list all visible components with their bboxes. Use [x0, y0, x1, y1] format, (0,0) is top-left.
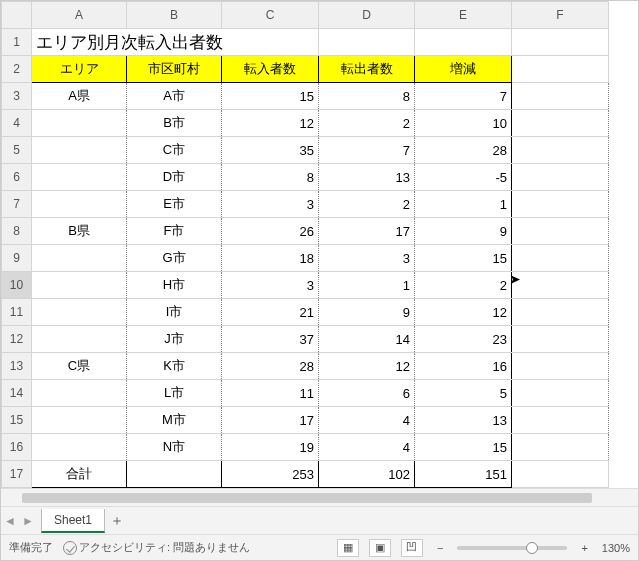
cell-in[interactable]: 28: [222, 353, 319, 380]
cell-in[interactable]: 15: [222, 83, 319, 110]
header-in[interactable]: 転入者数: [222, 56, 319, 83]
header-muni[interactable]: 市区町村: [127, 56, 222, 83]
row-header-10[interactable]: 10: [2, 272, 32, 299]
zoom-slider[interactable]: [457, 546, 567, 550]
row-header-5[interactable]: 5: [2, 137, 32, 164]
cell-out[interactable]: 12: [319, 353, 415, 380]
add-sheet-button[interactable]: ＋: [105, 512, 129, 530]
cell-muni[interactable]: J市: [127, 326, 222, 353]
cell-out[interactable]: 2: [319, 191, 415, 218]
column-header-E[interactable]: E: [415, 2, 512, 29]
horizontal-scrollbar[interactable]: [1, 488, 638, 506]
cell-diff[interactable]: 12: [415, 299, 512, 326]
cell-area[interactable]: [32, 164, 127, 191]
row-header-6[interactable]: 6: [2, 164, 32, 191]
cell-diff[interactable]: 15: [415, 245, 512, 272]
cell-out[interactable]: 6: [319, 380, 415, 407]
total-label[interactable]: 合計: [32, 461, 127, 488]
cell-in[interactable]: 19: [222, 434, 319, 461]
header-out[interactable]: 転出者数: [319, 56, 415, 83]
cell-out[interactable]: 4: [319, 407, 415, 434]
row-header-13[interactable]: 13: [2, 353, 32, 380]
cell-in[interactable]: 8: [222, 164, 319, 191]
column-header-B[interactable]: B: [127, 2, 222, 29]
cell-in[interactable]: 35: [222, 137, 319, 164]
cell-diff[interactable]: -5: [415, 164, 512, 191]
cell-muni[interactable]: G市: [127, 245, 222, 272]
cell-diff[interactable]: 23: [415, 326, 512, 353]
cell-out[interactable]: 1: [319, 272, 415, 299]
cell-in[interactable]: 37: [222, 326, 319, 353]
cell-diff[interactable]: 7: [415, 83, 512, 110]
total-diff[interactable]: 151: [415, 461, 512, 488]
cell-muni[interactable]: M市: [127, 407, 222, 434]
zoom-out-button[interactable]: −: [433, 542, 447, 554]
cell-out[interactable]: 14: [319, 326, 415, 353]
total-out[interactable]: 102: [319, 461, 415, 488]
row-header-14[interactable]: 14: [2, 380, 32, 407]
scrollbar-thumb[interactable]: [22, 493, 592, 503]
column-header-A[interactable]: A: [32, 2, 127, 29]
cell-area[interactable]: [32, 137, 127, 164]
zoom-in-button[interactable]: +: [577, 542, 591, 554]
tab-nav-prev[interactable]: ◄: [1, 514, 19, 528]
row-header-17[interactable]: 17: [2, 461, 32, 488]
spreadsheet-grid[interactable]: ABCDEF1 エリア別月次転入出者数 2 エリア 市区町村 転入者数 転出者数…: [1, 1, 638, 488]
cell-muni[interactable]: C市: [127, 137, 222, 164]
cell-in[interactable]: 3: [222, 272, 319, 299]
cell-out[interactable]: 9: [319, 299, 415, 326]
cell-in[interactable]: 18: [222, 245, 319, 272]
zoom-slider-knob[interactable]: [526, 542, 538, 554]
cell-in[interactable]: 11: [222, 380, 319, 407]
cell-area[interactable]: [32, 110, 127, 137]
row-header-11[interactable]: 11: [2, 299, 32, 326]
cell-area[interactable]: [32, 380, 127, 407]
title-cell[interactable]: エリア別月次転入出者数: [32, 29, 319, 56]
cell-in[interactable]: 3: [222, 191, 319, 218]
row-header-12[interactable]: 12: [2, 326, 32, 353]
row-header-3[interactable]: 3: [2, 83, 32, 110]
cell-diff[interactable]: 2: [415, 272, 512, 299]
cell-diff[interactable]: 9: [415, 218, 512, 245]
cell-in[interactable]: 26: [222, 218, 319, 245]
cell-in[interactable]: 21: [222, 299, 319, 326]
cell-area[interactable]: [32, 434, 127, 461]
cell-area[interactable]: [32, 245, 127, 272]
cell-diff[interactable]: 1: [415, 191, 512, 218]
cell-muni[interactable]: K市: [127, 353, 222, 380]
row-header-4[interactable]: 4: [2, 110, 32, 137]
row-header-1[interactable]: 1: [2, 29, 32, 56]
cell-muni[interactable]: H市: [127, 272, 222, 299]
cell-muni[interactable]: B市: [127, 110, 222, 137]
column-header-D[interactable]: D: [319, 2, 415, 29]
view-pagelayout-button[interactable]: ▣: [369, 539, 391, 557]
column-header-F[interactable]: F: [512, 2, 609, 29]
row-header-2[interactable]: 2: [2, 56, 32, 83]
cell-diff[interactable]: 10: [415, 110, 512, 137]
cell-in[interactable]: 12: [222, 110, 319, 137]
cell-area[interactable]: A県: [32, 83, 127, 110]
cell-muni[interactable]: N市: [127, 434, 222, 461]
cell-muni[interactable]: I市: [127, 299, 222, 326]
cell-out[interactable]: 4: [319, 434, 415, 461]
cell-diff[interactable]: 28: [415, 137, 512, 164]
cell-diff[interactable]: 16: [415, 353, 512, 380]
cell-area[interactable]: B県: [32, 218, 127, 245]
select-all-corner[interactable]: [2, 2, 32, 29]
row-header-8[interactable]: 8: [2, 218, 32, 245]
row-header-16[interactable]: 16: [2, 434, 32, 461]
column-header-C[interactable]: C: [222, 2, 319, 29]
tab-nav-next[interactable]: ►: [19, 514, 37, 528]
row-header-15[interactable]: 15: [2, 407, 32, 434]
cell-out[interactable]: 3: [319, 245, 415, 272]
cell-out[interactable]: 13: [319, 164, 415, 191]
row-header-9[interactable]: 9: [2, 245, 32, 272]
cell-out[interactable]: 17: [319, 218, 415, 245]
cell-muni[interactable]: D市: [127, 164, 222, 191]
cell-diff[interactable]: 5: [415, 380, 512, 407]
view-pagebreak-button[interactable]: 凹: [401, 539, 423, 557]
header-diff[interactable]: 増減: [415, 56, 512, 83]
cell-muni[interactable]: A市: [127, 83, 222, 110]
cell-out[interactable]: 7: [319, 137, 415, 164]
cell-diff[interactable]: 13: [415, 407, 512, 434]
